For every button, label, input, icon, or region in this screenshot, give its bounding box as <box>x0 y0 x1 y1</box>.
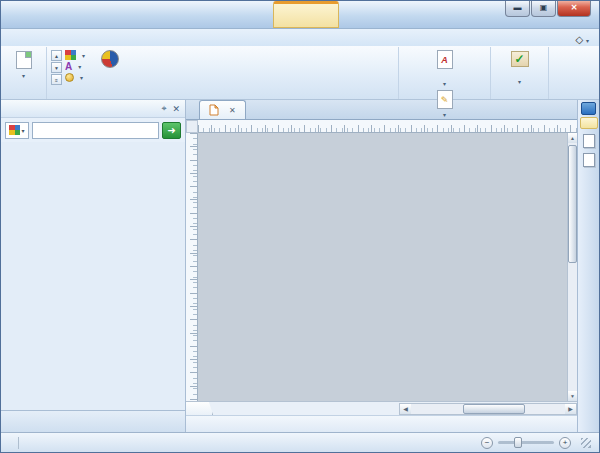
library-palette-dropdown[interactable]: ▾ <box>5 122 29 139</box>
scroll-down-icon[interactable]: ▼ <box>568 391 577 401</box>
right-dock-strip <box>577 100 599 432</box>
spelling-check-group: ✓ ▾ <box>491 47 549 99</box>
ruler-corner <box>186 120 198 133</box>
chevron-down-icon: ▾ <box>22 73 25 79</box>
chevron-down-icon: ▾ <box>443 112 446 118</box>
ribbon-spacer <box>549 47 599 99</box>
minimize-button[interactable]: ▬ <box>505 1 530 17</box>
scroll-up-icon[interactable]: ▲ <box>568 133 577 143</box>
themes-group: ▲ ▼ ≡ ▾ A ▾ ▾ <box>47 47 399 99</box>
page-color-button[interactable]: ✎ ▾ <box>424 88 466 119</box>
gallery-more-icon[interactable]: ≡ <box>51 74 62 85</box>
theme-effects-button[interactable]: ▾ <box>65 73 85 82</box>
gallery-down-icon[interactable]: ▼ <box>51 62 62 73</box>
titlebar: ▬ ▣ ✕ <box>1 1 599 29</box>
app-window: ▬ ▣ ✕ ◇ ▾ ▾ ▲ ▼ ≡ <box>0 0 600 453</box>
divider <box>18 437 19 449</box>
vertical-scroll-thumb[interactable] <box>568 145 577 263</box>
horizontal-scrollbar[interactable]: ◀ ▶ <box>399 403 577 415</box>
watermark-button[interactable]: A ▾ <box>424 48 466 88</box>
dynamic-help-tab[interactable] <box>580 117 598 129</box>
page-background-group: A ▾ ✎ ▾ <box>399 47 491 99</box>
watermark-icon: A <box>437 50 453 69</box>
zoom-out-button[interactable]: − <box>481 437 493 449</box>
help-page-icon-2[interactable] <box>583 153 595 167</box>
page-setup-group[interactable]: ▾ <box>1 47 47 99</box>
chevron-down-icon: ▾ <box>443 81 446 87</box>
horizontal-ruler <box>186 120 577 133</box>
scroll-left-icon[interactable]: ◀ <box>400 404 411 414</box>
fonts-icon: A <box>65 61 72 72</box>
main-area: ⌖ ✕ ▾ ➜ ✕ <box>1 100 599 432</box>
context-tools-tab[interactable] <box>273 1 339 28</box>
libraries-toolbar: ▾ ➜ <box>1 118 185 142</box>
library-search-go-button[interactable]: ➜ <box>162 122 181 139</box>
page-tab[interactable] <box>186 402 213 415</box>
libraries-panel-tabs <box>1 410 185 432</box>
colors-icon <box>65 50 76 60</box>
document-tab-bar: ✕ <box>186 100 577 120</box>
palette-icon <box>9 125 20 135</box>
set-default-theme-button[interactable] <box>87 48 133 69</box>
vertical-ruler <box>186 133 198 401</box>
zoom-slider-thumb[interactable] <box>514 437 522 448</box>
chevron-down-icon: ▾ <box>82 52 85 59</box>
document-tab[interactable]: ✕ <box>199 100 246 119</box>
document-icon <box>209 104 219 116</box>
chevron-down-icon: ▾ <box>78 63 81 70</box>
document-area: ✕ ▲ ▼ ◀ <box>186 100 577 432</box>
spelling-button[interactable]: ✓ ▾ <box>494 51 545 86</box>
library-shape-list <box>1 142 185 410</box>
window-buttons: ▬ ▣ ✕ <box>504 1 591 17</box>
theme-colors-button[interactable]: ▾ <box>65 50 85 60</box>
chevron-down-icon: ▾ <box>586 38 589 44</box>
scroll-right-icon[interactable]: ▶ <box>565 404 576 414</box>
theme-fonts-button[interactable]: A ▾ <box>65 61 85 72</box>
help-page-icon[interactable] <box>583 134 595 148</box>
close-button[interactable]: ✕ <box>557 1 591 17</box>
vertical-scrollbar[interactable]: ▲ ▼ <box>567 133 577 401</box>
color-palette-bar <box>186 415 577 432</box>
chevron-down-icon: ▾ <box>518 79 521 85</box>
libraries-panel-header: ⌖ ✕ <box>1 100 185 118</box>
themes-gallery-scroll: ▲ ▼ ≡ <box>51 50 62 85</box>
horizontal-scroll-thumb[interactable] <box>463 404 525 414</box>
libraries-panel: ⌖ ✕ ▾ ➜ <box>1 100 186 432</box>
gallery-up-icon[interactable]: ▲ <box>51 50 62 61</box>
page-navigation-bar: ◀ ▶ <box>186 401 577 415</box>
pie-chart-icon <box>101 50 119 68</box>
page-setup-icon <box>16 51 32 69</box>
pin-icon[interactable]: ⌖ <box>161 103 166 114</box>
style-button[interactable]: ◇ ▾ <box>576 34 589 45</box>
ribbon-tab-bar: ◇ ▾ <box>1 29 599 46</box>
dynamic-help-icon[interactable] <box>581 102 596 115</box>
zoom-in-button[interactable]: + <box>559 437 571 449</box>
page-color-icon: ✎ <box>437 90 453 109</box>
close-document-icon[interactable]: ✕ <box>229 106 236 115</box>
drawing-canvas[interactable] <box>198 133 567 401</box>
spellcheck-icon: ✓ <box>511 51 529 67</box>
maximize-button[interactable]: ▣ <box>531 1 556 17</box>
status-bar: − + <box>1 432 599 452</box>
resize-grip[interactable] <box>581 438 591 448</box>
ribbon: ▾ ▲ ▼ ≡ ▾ A ▾ <box>1 46 599 100</box>
effects-icon <box>65 73 74 82</box>
chevron-down-icon: ▾ <box>80 74 83 81</box>
style-icon: ◇ <box>576 34 586 45</box>
zoom-slider[interactable] <box>498 441 554 444</box>
close-icon[interactable]: ✕ <box>172 104 180 114</box>
library-search-input[interactable] <box>32 122 159 139</box>
